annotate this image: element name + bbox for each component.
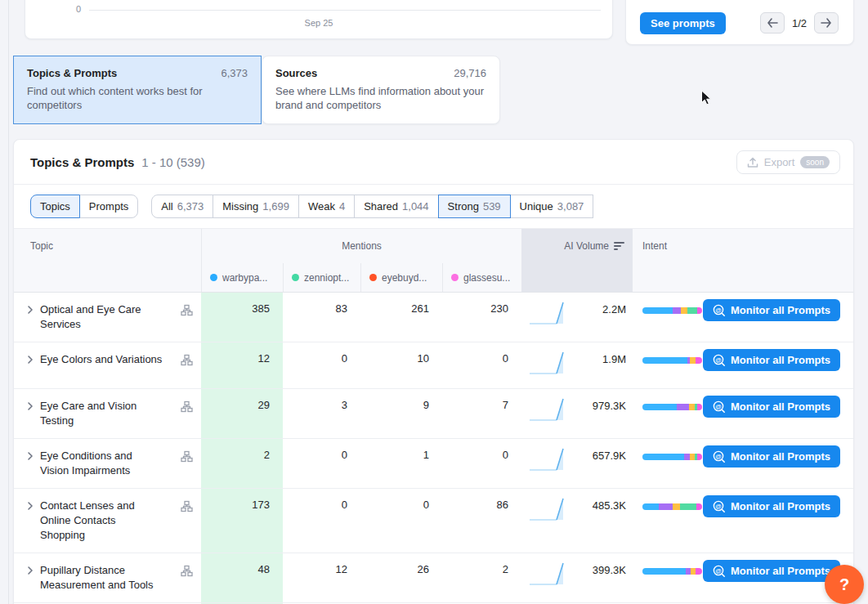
mentions-value-warbyparker: 12 [201, 342, 283, 388]
filter-chip[interactable]: Unique 3,087 [510, 195, 594, 218]
topic-cell[interactable]: Contact Lenses and Online Contacts Shopp… [14, 489, 201, 553]
tab-count: 29,716 [454, 67, 486, 79]
column-ai-volume[interactable]: AI Volume [521, 229, 633, 263]
prompts-preview-card: See prompts 1/2 [625, 0, 854, 45]
column-topic[interactable]: Topic [14, 229, 201, 263]
prompt-monitor-icon: @ [713, 400, 726, 414]
mentions-value-eyebuydirect: 1 [360, 439, 442, 488]
toggle-topics[interactable]: Topics [30, 195, 80, 218]
table-range: 1 - 10 (539) [141, 155, 205, 169]
tab-topics-and-prompts[interactable]: Topics & Prompts 6,373 Find out which co… [13, 56, 262, 124]
topic-name: Eye Colors and Variations [40, 352, 162, 367]
next-page-button[interactable] [814, 12, 839, 34]
monitor-button-label: Monitor all Prompts [731, 304, 830, 316]
domain-column-header[interactable]: zenniopt... [283, 263, 360, 292]
filter-count: 3,087 [557, 200, 584, 213]
monitor-all-prompts-button[interactable]: @ Monitor all Prompts [703, 299, 840, 321]
sitemap-icon[interactable] [181, 400, 193, 413]
tab-title: Topics & Prompts [27, 67, 117, 79]
intent-segment [642, 454, 684, 460]
intent-distribution-bar [642, 503, 702, 510]
sitemap-icon[interactable] [181, 500, 193, 512]
domain-column-header[interactable]: glassesu... [442, 263, 521, 292]
filter-bar: Topics Prompts All 6,373 Missing 1,699 W… [14, 185, 853, 228]
filter-chip[interactable]: Weak 4 [298, 195, 355, 218]
see-prompts-button[interactable]: See prompts [640, 12, 726, 34]
filter-chip[interactable]: Missing 1,699 [213, 195, 299, 218]
intent-segment [687, 307, 697, 314]
topic-name: Eye Conditions and Vision Impairments [40, 449, 163, 478]
monitor-all-prompts-button[interactable]: @ Monitor all Prompts [703, 495, 840, 517]
filter-chip[interactable]: All 6,373 [151, 195, 213, 218]
previous-page-button[interactable] [760, 12, 785, 34]
ai-volume-cell: 657.9K [521, 439, 633, 488]
chart-y-axis-zero: 0 [65, 4, 81, 14]
chevron-right-icon[interactable] [24, 450, 37, 463]
visibility-chart-card: 0 Sep 25 [25, 0, 613, 39]
page-indicator: 1/2 [792, 17, 807, 29]
sitemap-icon[interactable] [181, 450, 193, 463]
filter-chip[interactable]: Shared 1,044 [354, 195, 438, 218]
intent-distribution-bar [642, 454, 702, 460]
chart-gridline [89, 10, 601, 11]
intent-segment [642, 357, 687, 364]
filter-chip[interactable]: Strong 539 [438, 195, 511, 218]
table-row: Optical and Eye Care Services 385 83 261… [14, 293, 853, 342]
mentions-value-zennioptical: 0 [283, 439, 360, 488]
filter-count: 1,699 [262, 200, 289, 213]
domain-label: zenniopt... [304, 272, 349, 284]
trend-sparkline [526, 392, 569, 427]
mentions-value-glassesusa: 86 [442, 489, 521, 553]
chevron-right-icon[interactable] [24, 303, 37, 316]
strength-filters: All 6,373 Missing 1,699 Weak 4 Shared 1,… [151, 195, 593, 218]
topic-name: Contact Lenses and Online Contacts Shopp… [40, 499, 163, 543]
sitemap-icon[interactable] [181, 565, 193, 577]
monitor-all-prompts-button[interactable]: @ Monitor all Prompts [703, 396, 840, 418]
table-header: Topics & Prompts 1 - 10 (539) Export soo… [14, 140, 853, 184]
monitor-all-prompts-button[interactable]: @ Monitor all Prompts [703, 560, 840, 582]
mentions-value-eyebuydirect: 261 [360, 293, 442, 342]
domain-label: glassesu... [463, 272, 510, 284]
topic-cell[interactable]: Eye Colors and Variations [14, 342, 201, 388]
intent-distribution-bar [642, 357, 702, 364]
domain-column-header[interactable]: eyebuyd... [360, 263, 442, 292]
monitor-all-prompts-button[interactable]: @ Monitor all Prompts [703, 445, 840, 468]
intent-segment [659, 503, 672, 510]
intent-segment [680, 503, 696, 510]
ai-volume-value: 2.2M [602, 296, 626, 315]
sitemap-icon[interactable] [181, 304, 193, 316]
filter-label: Shared [364, 200, 398, 213]
help-button[interactable]: ? [825, 565, 864, 604]
topic-cell[interactable]: Eye Conditions and Vision Impairments [14, 439, 201, 488]
intent-segment [642, 503, 659, 510]
mentions-value-eyebuydirect: 9 [360, 389, 442, 438]
export-button[interactable]: Export soon [736, 150, 840, 174]
svg-text:@: @ [715, 566, 721, 574]
chevron-right-icon[interactable] [24, 353, 37, 366]
chevron-right-icon[interactable] [24, 400, 37, 413]
topic-cell[interactable]: Eye Care and Vision Testing [14, 389, 201, 438]
monitor-all-prompts-button[interactable]: @ Monitor all Prompts [703, 349, 840, 371]
topic-cell[interactable]: Pupillary Distance Measurement and Tools [14, 553, 201, 602]
topic-cell[interactable]: Optical and Eye Care Services [14, 293, 201, 342]
intent-distribution-bar [642, 307, 702, 314]
intent-segment [642, 568, 686, 575]
spacer [14, 263, 201, 292]
filter-count: 539 [483, 200, 501, 213]
column-mentions-group: Mentions [201, 229, 521, 263]
chevron-right-icon[interactable] [24, 499, 37, 512]
prompt-monitor-icon: @ [713, 354, 726, 367]
domain-column-header[interactable]: warbypa... [201, 263, 283, 292]
chevron-right-icon[interactable] [24, 564, 37, 577]
ai-volume-cell: 485.3K [521, 489, 633, 553]
sitemap-icon[interactable] [181, 354, 193, 366]
chart-x-axis-label: Sep 25 [25, 18, 612, 28]
filter-label: Unique [520, 200, 553, 213]
intent-distribution-bar [642, 404, 702, 410]
view-toggle: Topics Prompts [30, 195, 138, 218]
tab-sources[interactable]: Sources 29,716 See where LLMs find infor… [262, 56, 500, 124]
toggle-prompts[interactable]: Prompts [79, 195, 138, 218]
mentions-value-eyebuydirect: 26 [360, 553, 442, 602]
domain-label: warbypa... [222, 272, 267, 284]
filter-count: 4 [339, 200, 345, 213]
